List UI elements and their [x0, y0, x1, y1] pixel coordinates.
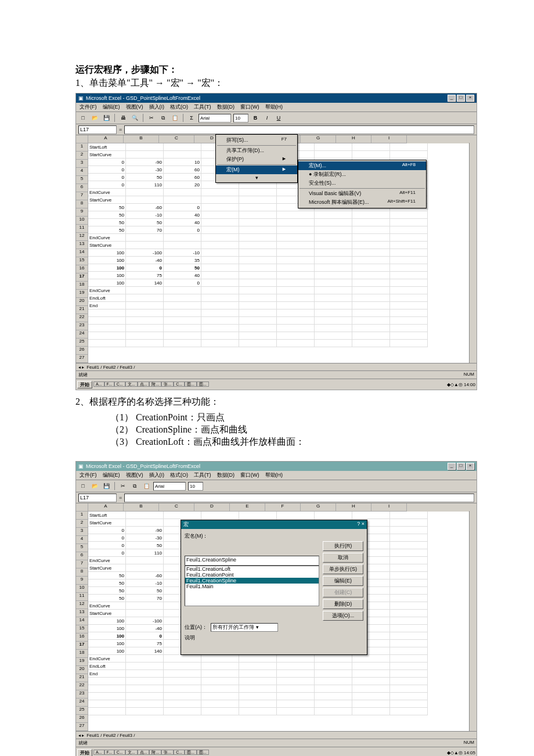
taskbar-item[interactable]: C... [114, 750, 125, 755]
cell[interactable] [126, 189, 164, 196]
cell[interactable] [352, 143, 390, 151]
cell[interactable]: 100 [88, 279, 126, 287]
cell[interactable] [390, 663, 428, 670]
cell[interactable] [390, 151, 428, 159]
column-header[interactable]: I [371, 503, 407, 512]
cell[interactable] [277, 325, 315, 332]
cell[interactable] [164, 708, 201, 715]
formula-input[interactable] [124, 125, 474, 134]
row-header[interactable]: 8 [76, 568, 88, 577]
sheet-tabs[interactable]: ◂ ▸ Feuil1 / Feuil2 / Feuil3 / [76, 363, 477, 370]
menu-format[interactable]: 格式(O) [169, 103, 189, 111]
cell[interactable] [164, 655, 201, 663]
start-button[interactable]: 开始 [77, 381, 92, 388]
cell[interactable] [277, 264, 315, 272]
cell[interactable] [315, 678, 352, 685]
cell[interactable] [164, 189, 201, 196]
cell[interactable] [352, 257, 390, 264]
cell[interactable] [164, 242, 201, 249]
cell[interactable] [352, 655, 390, 663]
cell[interactable] [352, 678, 390, 685]
cell[interactable] [201, 294, 239, 302]
row-header[interactable]: 11 [76, 593, 88, 601]
cell[interactable] [352, 287, 390, 294]
cell[interactable] [390, 332, 428, 340]
cell[interactable] [352, 219, 390, 226]
cell[interactable] [239, 264, 277, 272]
cell[interactable] [239, 685, 277, 693]
cell[interactable]: -90 [126, 159, 164, 166]
menu-window[interactable]: 窗口(W) [239, 471, 261, 479]
menu-macro[interactable]: 宏(M)► [216, 165, 297, 174]
save-icon[interactable]: 💾 [102, 113, 111, 123]
cell[interactable]: -10 [164, 249, 201, 257]
column-header[interactable]: G [301, 503, 336, 512]
column-header[interactable]: B [124, 503, 159, 512]
row-header[interactable]: 20 [76, 666, 88, 674]
cell[interactable] [277, 708, 315, 715]
cell[interactable] [352, 294, 390, 302]
taskbar-item[interactable]: 图... [185, 381, 197, 387]
taskbar-item[interactable]: 图... [185, 750, 197, 755]
cell[interactable] [126, 287, 164, 294]
cell[interactable]: StartCurve [88, 196, 126, 204]
cell[interactable]: 110 [126, 181, 164, 189]
cell[interactable] [201, 678, 239, 685]
cell[interactable] [315, 309, 352, 317]
cell[interactable]: 100 [88, 257, 126, 264]
cell[interactable] [239, 700, 277, 708]
cell[interactable]: 70 [126, 226, 164, 234]
taskbar-item[interactable]: F... [104, 750, 114, 755]
row-header[interactable]: 2 [76, 152, 88, 160]
vertical-scrollbar[interactable] [469, 511, 477, 731]
cell[interactable] [315, 219, 352, 226]
select-all-corner[interactable] [76, 135, 88, 143]
open-icon[interactable]: 📂 [90, 113, 99, 123]
row-header[interactable]: 18 [76, 282, 88, 290]
cell[interactable] [201, 287, 239, 294]
menu-protect[interactable]: 保护(P)► [216, 155, 297, 164]
menu-edit[interactable]: 编辑(E) [102, 471, 121, 479]
cell[interactable]: 100 [88, 264, 126, 272]
cell[interactable] [352, 309, 390, 317]
cell[interactable] [315, 655, 352, 663]
cell[interactable] [201, 226, 239, 234]
cell[interactable] [352, 211, 390, 219]
cell[interactable] [315, 340, 352, 347]
column-header[interactable]: I [371, 135, 407, 143]
row-header[interactable]: 19 [76, 290, 88, 298]
underline-icon[interactable]: U [274, 113, 283, 123]
options-button[interactable]: 选项(O)... [323, 611, 363, 621]
menu-view[interactable]: 视图(V) [125, 471, 145, 479]
cell[interactable]: 60 [164, 166, 201, 174]
cell[interactable] [390, 564, 428, 572]
cell[interactable] [352, 279, 390, 287]
cell[interactable] [88, 325, 126, 332]
menu-format[interactable]: 格式(O) [169, 471, 189, 479]
cell[interactable] [315, 287, 352, 294]
taskbar-item[interactable]: 文... [125, 381, 138, 387]
cell[interactable]: 40 [164, 272, 201, 279]
row-header[interactable]: 2 [76, 520, 88, 528]
copy-icon[interactable]: ⧉ [130, 481, 139, 491]
italic-icon[interactable]: I [262, 113, 272, 123]
taskbar-item[interactable]: 附... [149, 750, 161, 755]
cell[interactable] [126, 332, 164, 340]
cell[interactable] [390, 708, 428, 715]
taskbar-item[interactable]: 张... [161, 381, 174, 387]
cell[interactable] [126, 234, 164, 242]
row-header[interactable]: 1 [76, 512, 88, 520]
cell[interactable]: 20 [164, 181, 201, 189]
cell[interactable]: StartCurve [88, 242, 126, 249]
taskbar-item[interactable]: F... [104, 381, 114, 387]
cell[interactable]: 50 [126, 219, 164, 226]
taskbar-item[interactable]: 附... [149, 381, 161, 387]
cell[interactable] [390, 143, 428, 151]
cancel-button[interactable]: 取消 [323, 553, 363, 563]
submenu-record[interactable]: ● 录制新宏(R)... [298, 170, 426, 179]
cell[interactable] [126, 678, 164, 685]
row-header[interactable]: 20 [76, 298, 88, 306]
cell[interactable]: 50 [164, 264, 201, 272]
cell[interactable] [390, 572, 428, 579]
cell[interactable]: 35 [164, 257, 201, 264]
